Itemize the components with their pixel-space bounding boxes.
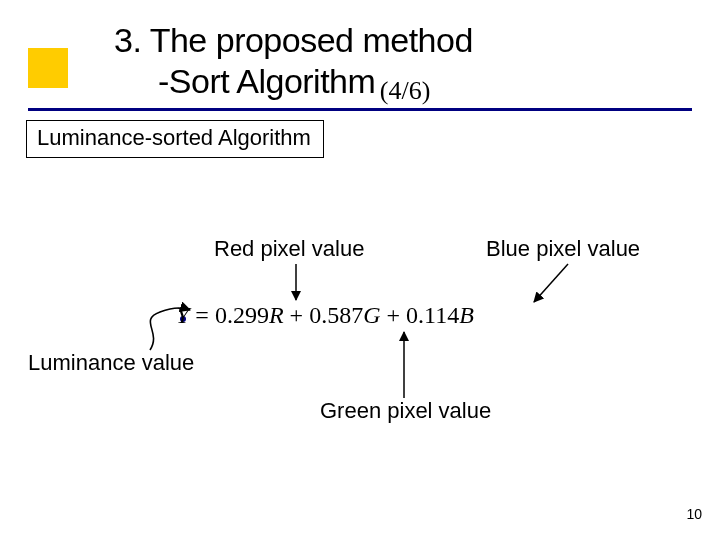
luminance-formula: Y = 0.299R + 0.587G + 0.114B — [176, 302, 474, 329]
formula-c3: 0.114 — [406, 302, 459, 328]
label-blue-pixel: Blue pixel value — [486, 236, 640, 262]
title-line-1: 3. The proposed method — [114, 20, 674, 61]
accent-square — [28, 48, 68, 88]
arrow-blue-icon — [534, 264, 568, 302]
subtitle-box: Luminance-sorted Algorithm — [26, 120, 324, 158]
slide: 3. The proposed method -Sort Algorithm (… — [0, 0, 720, 540]
formula-Y: Y — [176, 302, 189, 328]
title-line-2: -Sort Algorithm — [158, 61, 375, 102]
page-number: 10 — [686, 506, 702, 522]
subtitle-text: Luminance-sorted Algorithm — [37, 125, 311, 150]
formula-p1: + — [284, 302, 310, 328]
formula-c2: 0.587 — [309, 302, 363, 328]
label-luminance: Luminance value — [28, 350, 194, 376]
slide-title: 3. The proposed method -Sort Algorithm (… — [114, 20, 674, 106]
title-underline — [28, 108, 692, 111]
title-page-fraction: (4/6) — [380, 76, 431, 105]
formula-p2: + — [380, 302, 406, 328]
formula-R: R — [269, 302, 284, 328]
formula-B: B — [459, 302, 474, 328]
label-red-pixel: Red pixel value — [214, 236, 364, 262]
formula-c1: 0.299 — [215, 302, 269, 328]
formula-G: G — [363, 302, 380, 328]
label-green-pixel: Green pixel value — [320, 398, 491, 424]
formula-eq: = — [189, 302, 215, 328]
